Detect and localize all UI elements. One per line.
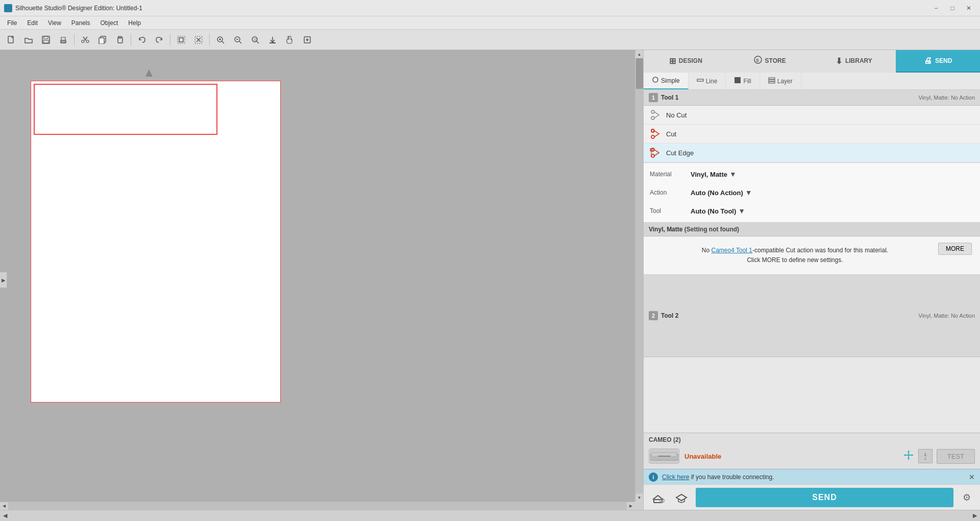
tool-row: Tool Auto (No Tool) ▼ <box>650 204 974 218</box>
graduate-icon-button[interactable] <box>672 488 691 507</box>
no-cut-label: No Cut <box>666 111 687 119</box>
svg-text:2: 2 <box>661 499 663 503</box>
scroll-thumb-vertical[interactable] <box>636 58 643 89</box>
cut-label: Cut <box>666 130 676 138</box>
tab-design[interactable]: ⊞ DESIGN <box>644 50 728 73</box>
scroll-up-arrow[interactable]: ▲ <box>635 50 644 58</box>
minimize-button[interactable]: − <box>929 3 943 14</box>
svg-point-44 <box>651 154 654 157</box>
test-button[interactable]: TEST <box>937 449 975 464</box>
tab-store-label: STORE <box>765 57 786 64</box>
tab-line[interactable]: Line <box>689 73 726 89</box>
maximize-button[interactable]: □ <box>945 3 960 14</box>
action-dropdown-arrow[interactable]: ▼ <box>745 188 752 197</box>
hand-tool-button[interactable] <box>282 32 298 48</box>
redo-button[interactable] <box>151 32 167 48</box>
settings-area: Material Vinyl, Matte ▼ Action Auto (No … <box>644 163 980 223</box>
undo-button[interactable] <box>134 32 150 48</box>
action-dropdown[interactable]: Auto (No Action) ▼ <box>691 188 974 197</box>
titlebar: Silhouette Studio® Designer Edition: Unt… <box>0 0 980 16</box>
settings-gear-button[interactable]: ⚙ <box>959 489 975 506</box>
send-to-mat-button[interactable] <box>264 32 281 48</box>
zoom-out-button[interactable] <box>230 32 246 48</box>
device-controls: 1 4 TEST <box>903 449 975 464</box>
tool-dropdown[interactable]: Auto (No Tool) ▼ <box>691 207 974 215</box>
deselect-button[interactable] <box>190 32 207 48</box>
menu-help[interactable]: Help <box>123 18 146 28</box>
toolbar-separator-2 <box>131 34 131 46</box>
scrollbar-vertical[interactable]: ▲ ▼ <box>635 50 643 502</box>
cut-options: No Cut Cut <box>644 106 980 163</box>
page-canvas[interactable] <box>31 81 281 402</box>
device-panel: CAMEO (2) Unavailable 1 <box>644 433 980 469</box>
status-arrow-left[interactable]: ◀ <box>3 512 7 519</box>
tool-dropdown-arrow[interactable]: ▼ <box>738 207 745 215</box>
tab-fill[interactable]: Fill <box>726 73 760 89</box>
device-image <box>649 448 679 464</box>
scroll-left-arrow[interactable]: ◀ <box>0 502 8 510</box>
no-cut-option[interactable]: No Cut <box>644 106 980 125</box>
print-button[interactable] <box>55 32 71 48</box>
save-button[interactable] <box>38 32 54 48</box>
menu-file[interactable]: File <box>2 18 22 28</box>
tool-label: Tool <box>650 207 691 215</box>
cut-clipboard-button[interactable] <box>77 32 93 48</box>
tool2-section-header: 2 Tool 2 Vinyl, Matte: No Action <box>644 275 980 357</box>
send-row: 2 SEND ⚙ <box>644 484 980 510</box>
tab-layer[interactable]: Layer <box>760 73 801 89</box>
material-dropdown[interactable]: Vinyl, Matte ▼ <box>691 170 974 178</box>
select-all-button[interactable] <box>173 32 189 48</box>
info-close-button[interactable]: ✕ <box>969 473 975 481</box>
scroll-down-arrow[interactable]: ▼ <box>635 493 644 502</box>
svg-line-25 <box>257 41 259 43</box>
toolbar-separator-4 <box>209 34 210 46</box>
status-arrow-right[interactable]: ▶ <box>973 512 977 519</box>
scroll-track-horizontal[interactable] <box>8 502 627 510</box>
cut-edge-option[interactable]: Cut Edge <box>644 144 980 162</box>
material-dropdown-arrow[interactable]: ▼ <box>729 170 737 178</box>
tab-layer-label: Layer <box>777 78 793 85</box>
close-button[interactable]: ✕ <box>962 3 976 14</box>
toolbar-separator-1 <box>74 34 75 46</box>
svg-point-33 <box>653 77 658 82</box>
red-rect-selection[interactable] <box>34 84 217 135</box>
scrollbar-horizontal[interactable]: ◀ ▶ <box>0 502 635 510</box>
fill-icon <box>734 77 741 85</box>
tab-send[interactable]: 🖨 SEND <box>896 50 980 73</box>
material-row: Material Vinyl, Matte ▼ <box>650 167 974 181</box>
simple-icon <box>652 76 659 85</box>
scroll-track-vertical[interactable] <box>635 58 643 493</box>
zoom-in-button[interactable] <box>212 32 229 48</box>
page-indicator[interactable]: 1 4 <box>918 449 933 463</box>
send-button[interactable]: SEND <box>696 488 953 507</box>
zoom-fit-button[interactable]: ⊡ <box>247 32 263 48</box>
open-button[interactable] <box>20 32 37 48</box>
copy-button[interactable] <box>94 32 111 48</box>
material-value-text: Vinyl, Matte <box>691 171 727 178</box>
expand-panel-button[interactable]: ▶ <box>0 272 7 288</box>
hat-icon-button[interactable]: 2 <box>649 488 667 507</box>
tab-send-label: SEND <box>935 57 952 64</box>
menu-view[interactable]: View <box>43 18 66 28</box>
tab-store[interactable]: S STORE <box>728 50 812 73</box>
tab-library[interactable]: ⬇ LIBRARY <box>812 50 896 73</box>
svg-point-7 <box>86 40 89 42</box>
cut-option[interactable]: Cut <box>644 125 980 144</box>
move-icon[interactable] <box>903 449 914 463</box>
cameo-tool-link[interactable]: Cameo4 Tool 1 <box>712 247 753 254</box>
scroll-right-arrow[interactable]: ▶ <box>627 502 635 510</box>
cut-edge-icon <box>650 147 662 159</box>
tab-design-label: DESIGN <box>679 57 702 64</box>
more-button[interactable]: MORE <box>938 243 972 255</box>
click-here-link[interactable]: Click here <box>662 473 689 481</box>
action-value-text: Auto (No Action) <box>691 189 743 197</box>
add-page-button[interactable] <box>299 32 315 48</box>
paste-button[interactable] <box>112 32 128 48</box>
tool-value: Auto (No Tool) ▼ <box>691 207 974 215</box>
menu-object[interactable]: Object <box>95 18 124 28</box>
tab-simple[interactable]: Simple <box>644 73 689 89</box>
new-button[interactable] <box>3 32 19 48</box>
menu-edit[interactable]: Edit <box>22 18 43 28</box>
material-value: Vinyl, Matte ▼ <box>691 170 974 178</box>
menu-panels[interactable]: Panels <box>66 18 95 28</box>
